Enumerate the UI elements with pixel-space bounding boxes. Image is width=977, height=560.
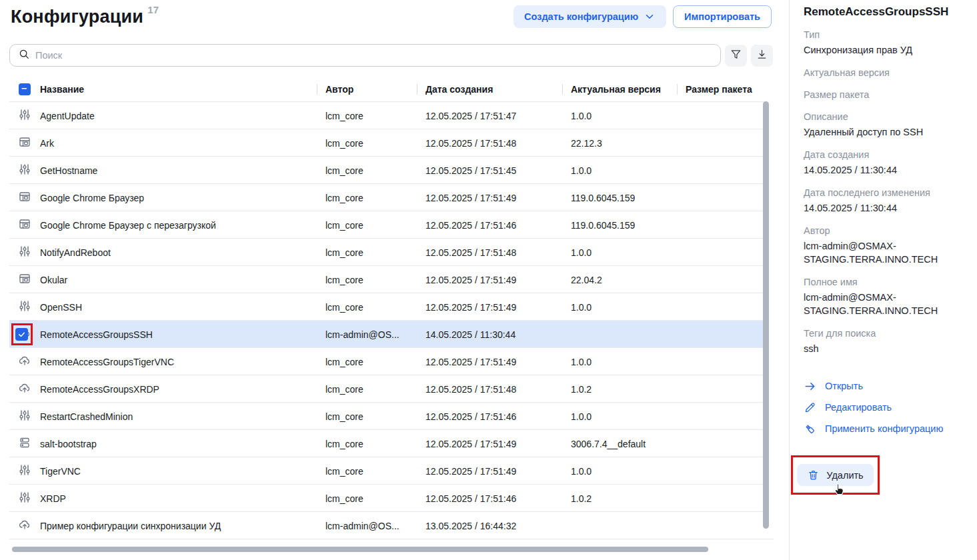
export-button[interactable] <box>751 45 773 67</box>
config-author: lcm_core <box>317 275 417 285</box>
config-author: lcm_core <box>317 165 417 176</box>
select-all-checkbox[interactable] <box>19 83 31 95</box>
config-name: XRDP <box>40 493 317 504</box>
table-row[interactable]: RemoteAccessGroupsTigerVNC lcm_core 12.0… <box>9 347 764 375</box>
config-author: lcm_core <box>317 111 417 121</box>
vertical-scrollbar[interactable] <box>763 101 769 529</box>
configurations-table: Название Автор Дата создания Актуальная … <box>9 77 764 539</box>
config-version: 119.0.6045.159 <box>562 193 677 203</box>
config-author: lcm_core <box>317 357 417 367</box>
detail-field: Описание Удаленный доступ по SSH <box>804 111 965 139</box>
config-version: 1.0.0 <box>562 247 677 258</box>
config-name: RemoteAccessGroupsXRDP <box>40 384 317 395</box>
config-created: 12.05.2025 / 17:51:48 <box>417 138 562 149</box>
app-window-icon <box>18 272 31 287</box>
configurations-page: Конфигурации17 Создать конфигурацию Импо… <box>0 0 977 560</box>
filter-button[interactable] <box>725 45 747 67</box>
details-panel: RemoteAccessGroupsSSH Тип Синхронизация … <box>789 0 977 560</box>
table-row[interactable]: XRDP lcm_core 12.05.2025 / 17:51:46 1.0.… <box>9 484 764 511</box>
config-version: 1.0.0 <box>562 466 677 477</box>
table-row[interactable]: Okular lcm_core 12.05.2025 / 17:51:49 22… <box>9 265 764 293</box>
config-created: 12.05.2025 / 17:51:49 <box>417 302 562 313</box>
config-created: 12.05.2025 / 17:51:49 <box>417 466 562 477</box>
config-version: 3006.7.4__default <box>562 439 677 449</box>
config-version: 22.04.2 <box>562 275 677 285</box>
annotation-red-box-delete: Удалить <box>791 455 880 495</box>
detail-field: Тип Синхронизация прав УД <box>804 29 965 57</box>
horizontal-scrollbar[interactable] <box>12 547 708 552</box>
table-row[interactable]: Google Chrome Браузер lcm_core 12.05.202… <box>9 183 764 211</box>
config-name: RemoteAccessGroupsSSH <box>40 329 317 340</box>
create-configuration-button[interactable]: Создать конфигурацию <box>514 5 666 28</box>
config-author: lcm_core <box>317 247 417 258</box>
app-window-icon <box>18 190 31 205</box>
cloud-upload-icon <box>18 518 31 533</box>
table-row[interactable]: GetHostname lcm_core 12.05.2025 / 17:51:… <box>9 156 764 183</box>
column-header-author: Автор <box>317 77 417 101</box>
detail-field: Автор lcm-admin@OSMAX-STAGING.TERRA.INNO… <box>804 225 965 266</box>
config-created: 12.05.2025 / 17:51:46 <box>417 220 562 231</box>
config-version: 1.0.2 <box>562 384 677 395</box>
table-row[interactable]: TigerVNC lcm_core 12.05.2025 / 17:51:49 … <box>9 457 764 484</box>
config-name: GetHostname <box>40 165 317 176</box>
config-created: 12.05.2025 / 17:51:48 <box>417 384 562 395</box>
panel-action-arrow-right[interactable]: Открыть <box>804 375 965 397</box>
table-row[interactable]: RemoteAccessGroupsSSH lcm-admin@OS... 14… <box>9 320 764 347</box>
table-row[interactable]: Ark lcm_core 12.05.2025 / 17:51:48 22.12… <box>9 129 764 156</box>
filter-icon <box>730 48 742 63</box>
config-name: Ark <box>40 138 317 149</box>
config-version: 1.0.0 <box>562 411 677 422</box>
config-name: RemoteAccessGroupsTigerVNC <box>40 357 317 367</box>
panel-action-pencil[interactable]: Редактировать <box>804 397 965 418</box>
config-name: AgentUpdate <box>40 111 317 121</box>
sliders-icon <box>18 245 31 260</box>
detail-field: Полное имя lcm-admin@OSMAX-STAGING.TERRA… <box>804 276 965 317</box>
main-area: Конфигурации17 Создать конфигурацию Импо… <box>0 0 789 560</box>
table-row[interactable]: Пример конфигурации синхронизации УД lcm… <box>9 511 764 539</box>
table-row[interactable]: OpenSSH lcm_core 12.05.2025 / 17:51:49 1… <box>9 293 764 320</box>
config-author: lcm-admin@OS... <box>317 521 417 531</box>
details-actions: Открыть Редактировать Применить конфигур… <box>804 375 965 439</box>
table-bottom-border <box>9 539 774 539</box>
config-name: Google Chrome Браузер <box>40 193 317 203</box>
panel-action-usb[interactable]: Применить конфигурацию <box>804 418 965 439</box>
detail-field: Дата создания 14.05.2025 / 11:30:44 <box>804 149 965 177</box>
config-created: 12.05.2025 / 17:51:49 <box>417 275 562 285</box>
config-name: Okular <box>40 275 317 285</box>
hand-cursor-icon <box>833 483 846 499</box>
search-input[interactable] <box>35 50 712 61</box>
table-body: AgentUpdate lcm_core 12.05.2025 / 17:51:… <box>9 101 764 539</box>
search-box <box>9 44 721 67</box>
sliders-icon <box>18 108 31 123</box>
trash-icon <box>807 469 820 481</box>
table-row[interactable]: RestartCrashedMinion lcm_core 12.05.2025… <box>9 402 764 429</box>
page-title: Конфигурации17 <box>11 4 159 27</box>
pencil-icon <box>804 401 816 414</box>
arrow-right-icon <box>804 380 816 393</box>
config-author: lcm-admin@OS... <box>317 329 417 340</box>
config-created: 14.05.2025 / 11:30:44 <box>417 329 562 340</box>
table-row[interactable]: NotifyAndReboot lcm_core 12.05.2025 / 17… <box>9 238 764 265</box>
config-author: lcm_core <box>317 302 417 313</box>
table-row[interactable]: AgentUpdate lcm_core 12.05.2025 / 17:51:… <box>9 101 764 129</box>
table-row[interactable]: salt-bootstrap lcm_core 12.05.2025 / 17:… <box>9 429 764 457</box>
config-name: salt-bootstrap <box>40 439 317 449</box>
config-created: 12.05.2025 / 17:51:46 <box>417 411 562 422</box>
column-header-name: Название <box>40 77 317 101</box>
config-author: lcm_core <box>317 384 417 395</box>
table-row[interactable]: RemoteAccessGroupsXRDP lcm_core 12.05.20… <box>9 375 764 402</box>
config-author: lcm_core <box>317 220 417 231</box>
details-fields: Тип Синхронизация прав УД Актуальная вер… <box>804 29 965 355</box>
config-name: NotifyAndReboot <box>40 247 317 258</box>
server-icon <box>18 436 31 451</box>
cloud-upload-icon <box>18 381 31 397</box>
sliders-icon <box>18 491 31 506</box>
config-version: 1.0.0 <box>562 165 677 176</box>
config-created: 12.05.2025 / 17:51:46 <box>417 493 562 504</box>
row-checkbox[interactable] <box>15 328 28 341</box>
import-button[interactable]: Импортировать <box>673 5 772 28</box>
table-row[interactable]: Google Chrome Браузер с перезагрузкой lc… <box>9 211 764 238</box>
detail-field: Размер пакета <box>804 89 965 101</box>
column-header-version: Актуальная версия <box>562 77 677 101</box>
config-created: 12.05.2025 / 17:51:48 <box>417 247 562 258</box>
